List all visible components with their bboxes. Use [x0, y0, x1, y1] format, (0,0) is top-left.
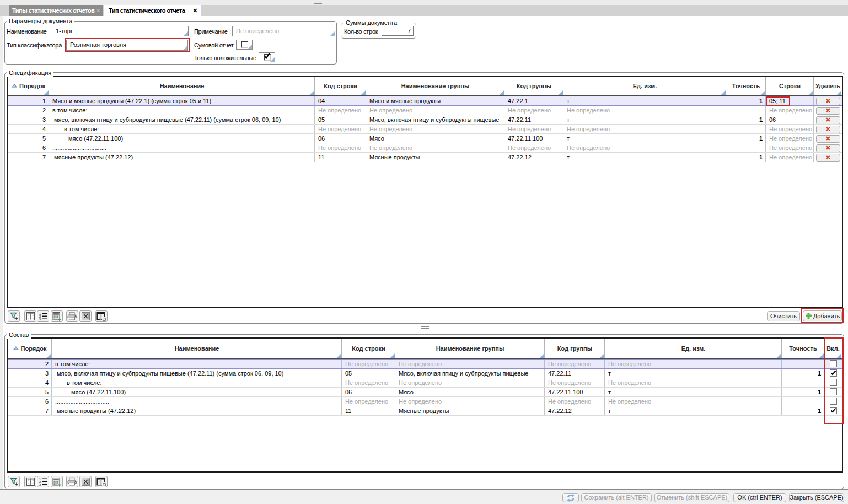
svg-text:3: 3 [39, 318, 41, 321]
svg-text:3: 3 [39, 483, 41, 486]
